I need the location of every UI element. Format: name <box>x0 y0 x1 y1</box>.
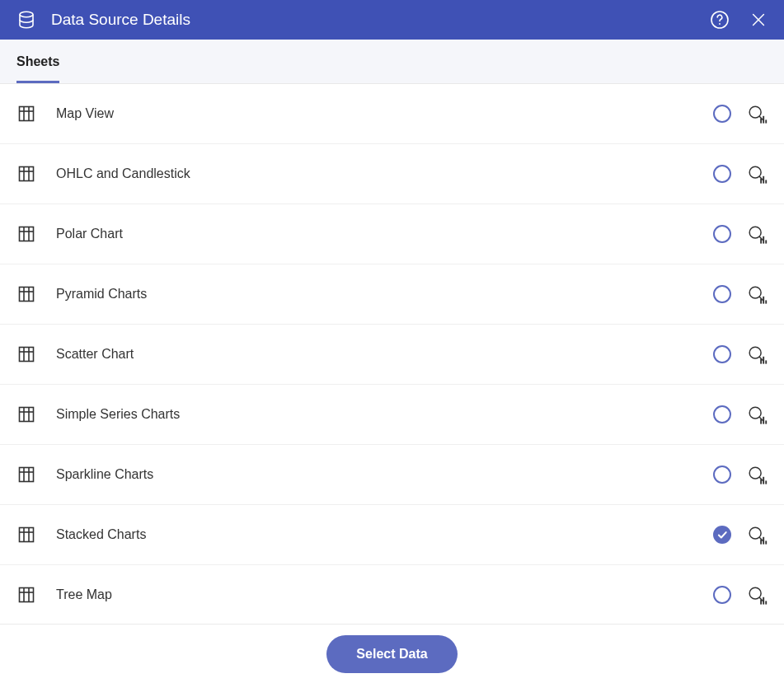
svg-rect-13 <box>765 119 767 123</box>
radio-unselected[interactable] <box>713 285 731 303</box>
svg-rect-39 <box>763 297 764 304</box>
sheet-icon <box>16 585 56 605</box>
sheet-row[interactable]: Simple Series Charts <box>0 385 784 445</box>
preview-chart-icon[interactable] <box>746 283 768 305</box>
svg-rect-74 <box>760 540 762 545</box>
row-actions <box>713 223 768 245</box>
sheet-label: Map View <box>56 106 713 121</box>
radio-selected[interactable] <box>713 526 731 544</box>
svg-point-0 <box>20 12 33 16</box>
svg-rect-47 <box>760 359 762 364</box>
svg-rect-68 <box>20 528 34 542</box>
sheet-row[interactable]: Map View <box>0 84 784 144</box>
row-actions <box>713 584 768 606</box>
radio-unselected[interactable] <box>713 345 731 363</box>
sheet-icon <box>16 465 56 484</box>
preview-chart-icon[interactable] <box>746 584 768 606</box>
svg-rect-84 <box>763 597 764 605</box>
radio-unselected[interactable] <box>713 405 731 423</box>
svg-rect-12 <box>763 116 764 124</box>
sheet-label: Stacked Charts <box>56 527 713 542</box>
svg-rect-77 <box>20 588 34 602</box>
dialog-title: Data Source Details <box>51 11 710 29</box>
sheet-row[interactable]: Stacked Charts <box>0 505 784 565</box>
tab-bar: Sheets <box>0 40 784 84</box>
radio-unselected[interactable] <box>713 225 731 243</box>
svg-rect-40 <box>765 300 767 303</box>
row-actions <box>713 524 768 545</box>
preview-chart-icon[interactable] <box>746 524 768 545</box>
svg-rect-59 <box>20 468 34 482</box>
preview-chart-icon[interactable] <box>746 163 768 185</box>
sheet-row[interactable]: OHLC and Candlestick <box>0 144 784 204</box>
dialog-header: Data Source Details <box>0 0 784 40</box>
svg-rect-76 <box>765 540 767 544</box>
row-actions <box>713 344 768 365</box>
sheet-icon <box>16 164 56 184</box>
sheet-row[interactable]: Pyramid Charts <box>0 264 784 325</box>
select-data-button[interactable]: Select Data <box>326 635 457 673</box>
preview-chart-icon[interactable] <box>746 464 768 485</box>
svg-point-2 <box>719 23 721 25</box>
radio-unselected[interactable] <box>713 105 731 123</box>
help-button[interactable] <box>710 10 730 30</box>
sheet-label: Sparkline Charts <box>56 467 713 482</box>
sheet-list: Map ViewOHLC and CandlestickPolar ChartP… <box>0 84 784 624</box>
sheet-label: Polar Chart <box>56 227 713 241</box>
svg-rect-56 <box>760 419 762 424</box>
dialog-footer: Select Data <box>0 624 784 683</box>
svg-rect-85 <box>765 601 767 604</box>
preview-chart-icon[interactable] <box>746 344 768 365</box>
sheet-label: Simple Series Charts <box>56 407 713 422</box>
radio-unselected[interactable] <box>713 165 731 183</box>
close-button[interactable] <box>749 11 768 29</box>
sheet-row[interactable]: Scatter Chart <box>0 325 784 385</box>
sheet-icon <box>16 344 56 364</box>
svg-rect-20 <box>760 179 762 184</box>
radio-unselected[interactable] <box>713 465 731 484</box>
tab-sheets[interactable]: Sheets <box>16 54 59 83</box>
row-actions <box>713 404 768 425</box>
svg-rect-41 <box>20 348 34 362</box>
svg-rect-38 <box>760 299 762 304</box>
sheet-icon <box>16 284 56 304</box>
sheet-icon <box>16 525 56 545</box>
radio-unselected[interactable] <box>713 586 731 604</box>
svg-rect-11 <box>760 119 762 124</box>
svg-rect-83 <box>760 600 762 605</box>
row-actions <box>713 103 768 124</box>
svg-rect-65 <box>760 480 762 484</box>
sheet-icon <box>16 104 56 124</box>
svg-rect-14 <box>20 167 34 181</box>
sheet-label: Scatter Chart <box>56 347 713 362</box>
svg-rect-48 <box>763 357 764 364</box>
svg-rect-30 <box>763 236 764 244</box>
row-actions <box>713 163 768 185</box>
sheet-row[interactable]: Tree Map <box>0 565 784 624</box>
sheet-label: OHLC and Candlestick <box>56 166 713 181</box>
sheet-label: Pyramid Charts <box>56 287 713 302</box>
svg-rect-23 <box>20 227 34 241</box>
svg-rect-22 <box>765 180 767 183</box>
svg-rect-57 <box>763 417 764 424</box>
svg-rect-49 <box>765 360 767 363</box>
sheet-icon <box>16 405 56 424</box>
row-actions <box>713 283 768 305</box>
preview-chart-icon[interactable] <box>746 404 768 425</box>
preview-chart-icon[interactable] <box>746 223 768 245</box>
svg-rect-50 <box>20 408 34 422</box>
svg-rect-75 <box>763 537 764 545</box>
database-icon <box>16 10 36 30</box>
svg-rect-5 <box>20 107 34 121</box>
sheet-label: Tree Map <box>56 587 713 602</box>
svg-rect-32 <box>20 288 34 302</box>
svg-rect-29 <box>760 239 762 244</box>
svg-rect-21 <box>763 176 764 184</box>
sheet-icon <box>16 224 56 244</box>
row-actions <box>713 464 768 485</box>
svg-rect-58 <box>765 420 767 423</box>
sheet-row[interactable]: Polar Chart <box>0 204 784 264</box>
sheet-row[interactable]: Sparkline Charts <box>0 445 784 505</box>
svg-rect-67 <box>765 480 767 484</box>
preview-chart-icon[interactable] <box>746 103 768 124</box>
